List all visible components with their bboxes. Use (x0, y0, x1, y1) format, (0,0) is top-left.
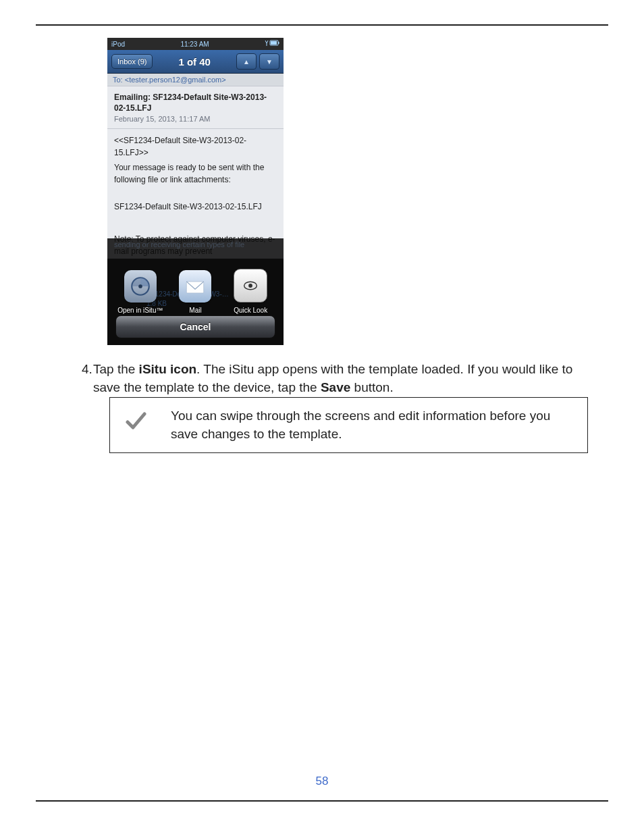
quick-look-action[interactable]: Quick Look (224, 269, 277, 314)
status-bar: iPod 11:23 AM (107, 38, 284, 50)
instruction-step-4: 4. Tap the iSitu icon. The iSitu app ope… (93, 361, 588, 396)
body-file: SF1234-Default Site-W3-2013-02-15.LFJ (114, 201, 277, 213)
status-icons (265, 40, 279, 48)
page-number: 58 (36, 775, 608, 788)
mail-app-icon (179, 270, 211, 303)
phone-screenshot: iPod 11:23 AM Inbox (9) 1 of 40 ▲ ▼ (107, 38, 284, 345)
svg-rect-1 (271, 41, 277, 45)
action-sheet-overlay: sending or receiving certain types of fi… (107, 238, 284, 345)
quick-look-label: Quick Look (234, 307, 267, 314)
message-header: Emailing: SF1234-Default Site-W3-2013-02… (107, 86, 284, 129)
svg-point-4 (138, 284, 142, 288)
instr-t1: Tap the (93, 362, 139, 376)
mail-label: Mail (189, 307, 201, 314)
tip-text: You can swipe through the screens and ed… (171, 409, 550, 441)
checkmark-icon (125, 410, 146, 432)
svg-point-7 (248, 284, 252, 288)
tip-box: You can swipe through the screens and ed… (109, 397, 588, 453)
isitu-label: Open in iSitu™ (117, 307, 163, 314)
nav-bar: Inbox (9) 1 of 40 ▲ ▼ (107, 50, 284, 74)
status-time: 11:23 AM (180, 41, 209, 48)
body-tag: <<SF1234-Default Site-W3-2013-02-15.LFJ>… (114, 134, 277, 159)
instr-b2: Save (321, 380, 350, 394)
device-label: iPod (111, 41, 125, 48)
up-arrow-button[interactable]: ▲ (236, 53, 257, 70)
body-intro: Your message is ready to be sent with th… (114, 161, 277, 186)
to-field: To: <tester.person12@gmail.com> (107, 74, 284, 86)
svg-rect-5 (187, 282, 205, 293)
inbox-button[interactable]: Inbox (9) (111, 54, 153, 69)
svg-rect-2 (278, 42, 279, 44)
bg-text-1: sending or receiving certain types of fi… (114, 240, 244, 250)
instr-b1: iSitu icon (139, 362, 197, 376)
nav-title: 1 of 40 (178, 56, 211, 68)
cancel-button[interactable]: Cancel (115, 315, 275, 338)
nav-arrows: ▲ ▼ (236, 53, 279, 70)
instr-t3: button. (350, 380, 393, 394)
isitu-app-icon (124, 270, 157, 303)
subject: Emailing: SF1234-Default Site-W3-2013-02… (114, 92, 277, 113)
down-arrow-button[interactable]: ▼ (259, 53, 279, 70)
open-in-isitu-action[interactable]: Open in iSitu™ (114, 270, 167, 314)
message-date: February 15, 2013, 11:17 AM (114, 115, 277, 123)
quick-look-icon (234, 269, 267, 303)
mail-action[interactable]: Mail (169, 270, 221, 314)
action-sheet-apps: Open in iSitu™ Mail (107, 269, 284, 314)
step-number: 4. (82, 361, 92, 379)
